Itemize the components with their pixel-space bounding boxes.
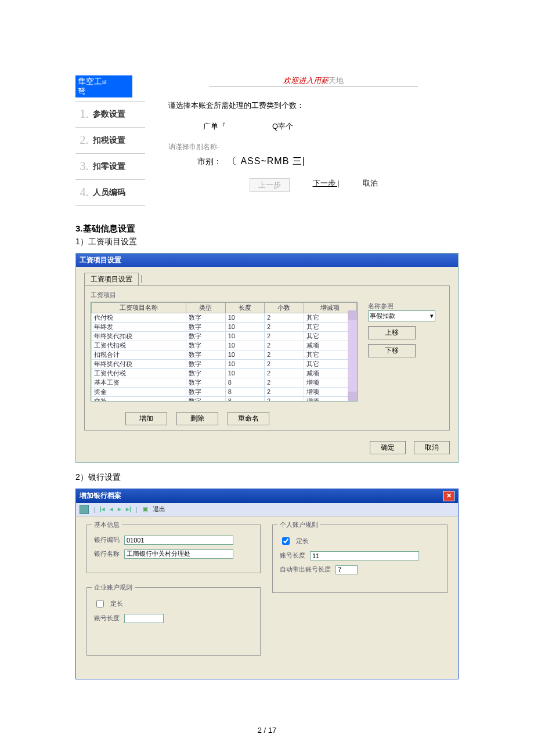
delete-button[interactable]: 删除 (176, 412, 218, 425)
table-cell: 8 (225, 387, 264, 396)
table-row[interactable]: 代付税数字102其它 (92, 313, 357, 322)
next-icon[interactable]: ▸ (118, 505, 121, 513)
currency-label: 市别： (197, 157, 222, 167)
col-len: 长度 (225, 302, 264, 313)
cancel-button[interactable]: 取消 (414, 441, 450, 454)
ref-combo[interactable]: 事假扣款 ▾ (368, 310, 435, 321)
move-up-button[interactable]: 上移 (368, 326, 416, 339)
corp-fixed-checkbox[interactable] (96, 600, 104, 607)
window-title: 工资项目设置 (76, 254, 458, 267)
close-icon[interactable]: ✕ (443, 491, 454, 501)
exit-button[interactable]: 退出 (153, 505, 165, 513)
table-row[interactable]: 年终奖代付税数字102其它 (92, 359, 357, 368)
table-cell: 10 (225, 368, 264, 378)
next-button[interactable]: 下一步 | (313, 178, 340, 192)
prev-icon[interactable]: ◂ (110, 505, 113, 513)
table-row[interactable]: 工资代付税数字102减项 (92, 368, 357, 378)
currency-select[interactable]: 〔 ASS~RMB 三| (228, 155, 305, 168)
table-cell: 数字 (186, 313, 225, 322)
table-cell: 交补 (92, 396, 186, 401)
cancel-button[interactable]: 取泊 (363, 178, 378, 192)
wizard-step-4[interactable]: 4.人员编码 (75, 179, 145, 206)
table-row[interactable]: 扣税合计数字102其它 (92, 350, 357, 359)
table-cell: 数字 (186, 368, 225, 378)
wizard-step-label: 人员编码 (93, 187, 125, 198)
logo-text-b: st (102, 79, 107, 85)
ok-button[interactable]: 确定 (370, 441, 406, 454)
table-cell: 基本工资 (92, 378, 186, 387)
bank-archive-window: 增加银行档案 ✕ | |◂ ◂ ▸ ▸| | ▣ 退出 基本信息 银行编码 (75, 489, 459, 679)
table-row[interactable]: 工资代扣税数字102减项 (92, 341, 357, 350)
table-cell: 数字 (186, 387, 225, 396)
table-row[interactable]: 奖金数字82增项 (92, 387, 357, 396)
table-cell: 数字 (186, 359, 225, 368)
table-cell: 10 (225, 313, 264, 322)
fieldset-title: 基本信息 (92, 520, 122, 529)
table-cell: 年终发 (92, 322, 186, 331)
wizard-step-3[interactable]: 3.扣零设置 (75, 153, 145, 179)
table-row[interactable]: 交补数字82增项 (92, 396, 357, 401)
save-icon[interactable] (80, 505, 89, 514)
table-cell: 2 (265, 350, 304, 359)
first-icon[interactable]: |◂ (100, 505, 105, 513)
table-cell: 数字 (186, 396, 225, 401)
welcome-b: 天地 (329, 76, 344, 85)
table-row[interactable]: 年终奖代扣税数字102其它 (92, 331, 357, 341)
table-cell: 数字 (186, 341, 225, 350)
last-icon[interactable]: ▸| (126, 505, 131, 513)
table-cell: 年终奖代付税 (92, 359, 186, 368)
table-row[interactable]: 基本工资数字82增项 (92, 378, 357, 387)
salary-item-window: 工资项目设置 工资项目设置 工资项目 工资项目名称 类型 长度 小数 增减项 (75, 253, 459, 463)
wizard-step-1[interactable]: 1.参数设置 (75, 101, 145, 127)
option-multi[interactable]: Q宰个 (272, 121, 293, 132)
logo-text-a: 隼空工 (78, 77, 102, 86)
table-cell: 2 (265, 368, 304, 378)
pers-fixed-checkbox[interactable] (282, 537, 290, 545)
wizard-step-label: 扣税设置 (93, 135, 125, 146)
bank-code-input[interactable] (124, 536, 233, 545)
exit-icon[interactable]: ▣ (142, 505, 148, 513)
bank-code-label: 银行编码 (94, 536, 120, 544)
tab-salary-items[interactable]: 工资项目设置 (84, 273, 139, 285)
table-cell: 10 (225, 322, 264, 331)
col-name: 工资项目名称 (92, 302, 186, 313)
table-cell: 数字 (186, 350, 225, 359)
table-cell: 8 (225, 378, 264, 387)
wizard-step-2[interactable]: 2.扣税设置 (75, 127, 145, 153)
add-button[interactable]: 增加 (125, 412, 167, 425)
table-cell: 2 (265, 322, 304, 331)
table-cell: 奖金 (92, 387, 186, 396)
salary-items-table[interactable]: 工资项目名称 类型 长度 小数 增减项 代付税数字102其它年终发数字102其它… (91, 302, 358, 401)
col-type: 类型 (186, 302, 225, 313)
corp-account-fieldset: 企业账户规则 定长 账号长度 (86, 587, 261, 656)
section-3-1-heading: 1）工资项目设置 (75, 237, 459, 247)
wizard-prompt: 谨选捧本账套所需处理的工费类到个数： (168, 100, 459, 111)
table-cell: 2 (265, 331, 304, 341)
ref-combo-value: 事假扣款 (370, 312, 395, 320)
chevron-down-icon: ▾ (430, 312, 434, 320)
window-title: 增加银行档案 (80, 491, 121, 501)
wizard-panel: 隼空工st 弩 1.参数设置 2.扣税设置 3.扣零设置 4.人员编码 欢迎进入… (75, 75, 459, 206)
table-cell: 2 (265, 396, 304, 401)
pers-len-input[interactable] (310, 551, 419, 560)
table-row[interactable]: 年终发数字102其它 (92, 322, 357, 331)
scrollbar[interactable] (348, 310, 357, 401)
logo-text-c: 弩 (78, 86, 86, 96)
rename-button[interactable]: 重命名 (228, 412, 269, 425)
auto-len-input[interactable] (335, 565, 358, 574)
move-down-button[interactable]: 下移 (368, 344, 416, 357)
section-3-2-heading: 2）银行设置 (75, 472, 459, 483)
personal-account-fieldset: 个人账户规则 定长 账号长度 自动带出账号长度 (272, 525, 448, 593)
option-single[interactable]: 广单『 (203, 121, 226, 132)
corp-fixed-label: 定长 (110, 599, 123, 608)
bank-name-input[interactable] (124, 549, 233, 559)
table-cell: 10 (225, 341, 264, 350)
table-cell: 8 (225, 396, 264, 401)
table-cell: 代付税 (92, 313, 186, 322)
table-cell: 10 (225, 350, 264, 359)
wizard-step-label: 扣零设置 (93, 161, 125, 172)
table-cell: 年终奖代扣税 (92, 331, 186, 341)
table-cell: 工资代扣税 (92, 341, 186, 350)
table-cell: 2 (265, 313, 304, 322)
corp-len-input[interactable] (124, 614, 164, 623)
